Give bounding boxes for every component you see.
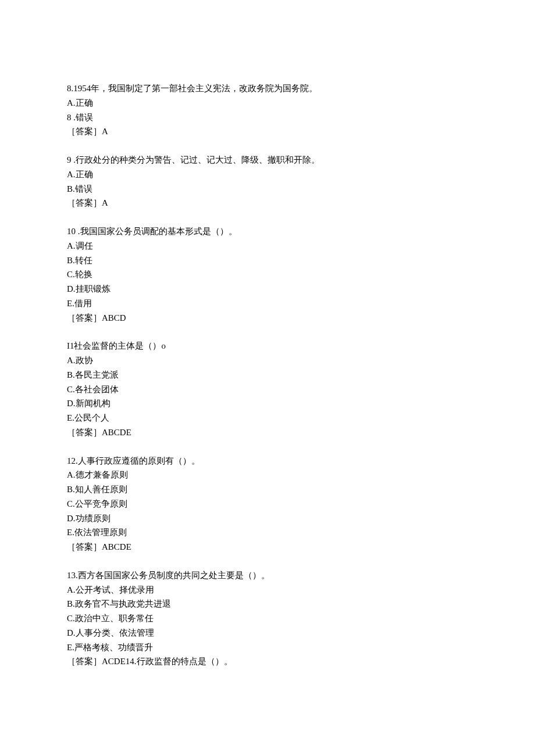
- option-a: A.公开考试、择优录用: [67, 583, 468, 597]
- option-e: E.依法管理原则: [67, 525, 468, 540]
- option-e: E.借用: [67, 296, 468, 311]
- answer-line: ［答案］ABCD: [67, 311, 468, 325]
- option-a: A.德才兼备原则: [67, 468, 468, 482]
- option-a: A.政协: [67, 353, 468, 368]
- option-b: B.各民主党派: [67, 368, 468, 382]
- question-9: 9 .行政处分的种类分为警告、记过、记大过、降级、撤职和开除。 A.正确 B.错…: [67, 153, 468, 210]
- option-b: B.转任: [67, 253, 468, 268]
- question-stem: I1社会监督的主体是（）o: [67, 339, 468, 353]
- option-b: 8 .错误: [67, 110, 468, 125]
- option-a: A.正确: [67, 167, 468, 182]
- option-a: A.调任: [67, 239, 468, 253]
- answer-line: ［答案］A: [67, 196, 468, 210]
- question-stem: 9 .行政处分的种类分为警告、记过、记大过、降级、撤职和开除。: [67, 153, 468, 167]
- question-8: 8.1954年，我国制定了第一部社会主义宪法，改政务院为国务院。 A.正确 8 …: [67, 81, 468, 139]
- answer-line: ［答案］ACDE14.行政监督的特点是（）。: [67, 654, 468, 669]
- question-stem: 10 .我国国家公务员调配的基本形式是（）。: [67, 224, 468, 239]
- option-e: E.严格考核、功绩晋升: [67, 640, 468, 655]
- option-c: C.公平竞争原则: [67, 497, 468, 511]
- option-e: E.公民个人: [67, 411, 468, 425]
- option-c: C.政治中立、职务常任: [67, 611, 468, 626]
- option-d: D.功绩原则: [67, 511, 468, 526]
- answer-line: ［答案］ABCDE: [67, 425, 468, 440]
- question-13: 13.西方各国国家公务员制度的共同之处主要是（）。 A.公开考试、择优录用 B.…: [67, 568, 468, 669]
- question-11: I1社会监督的主体是（）o A.政协 B.各民主党派 C.各社会团体 D.新闻机…: [67, 339, 468, 439]
- document-body: 8.1954年，我国制定了第一部社会主义宪法，改政务院为国务院。 A.正确 8 …: [67, 81, 468, 669]
- question-stem: 8.1954年，我国制定了第一部社会主义宪法，改政务院为国务院。: [67, 81, 468, 96]
- answer-line: ［答案］A: [67, 124, 468, 139]
- option-b: B.知人善任原则: [67, 482, 468, 497]
- question-stem: 12.人事行政应遵循的原则有（）。: [67, 454, 468, 468]
- question-12: 12.人事行政应遵循的原则有（）。 A.德才兼备原则 B.知人善任原则 C.公平…: [67, 454, 468, 554]
- question-10: 10 .我国国家公务员调配的基本形式是（）。 A.调任 B.转任 C.轮换 D.…: [67, 224, 468, 325]
- option-d: D.人事分类、依法管理: [67, 626, 468, 640]
- option-b: B.错误: [67, 182, 468, 196]
- option-b: B.政务官不与执政党共进退: [67, 597, 468, 611]
- answer-line: ［答案］ABCDE: [67, 540, 468, 554]
- option-d: D.挂职锻炼: [67, 282, 468, 296]
- option-c: C.轮换: [67, 267, 468, 282]
- option-c: C.各社会团体: [67, 382, 468, 397]
- option-d: D.新闻机构: [67, 396, 468, 411]
- question-stem: 13.西方各国国家公务员制度的共同之处主要是（）。: [67, 568, 468, 583]
- option-a: A.正确: [67, 96, 468, 110]
